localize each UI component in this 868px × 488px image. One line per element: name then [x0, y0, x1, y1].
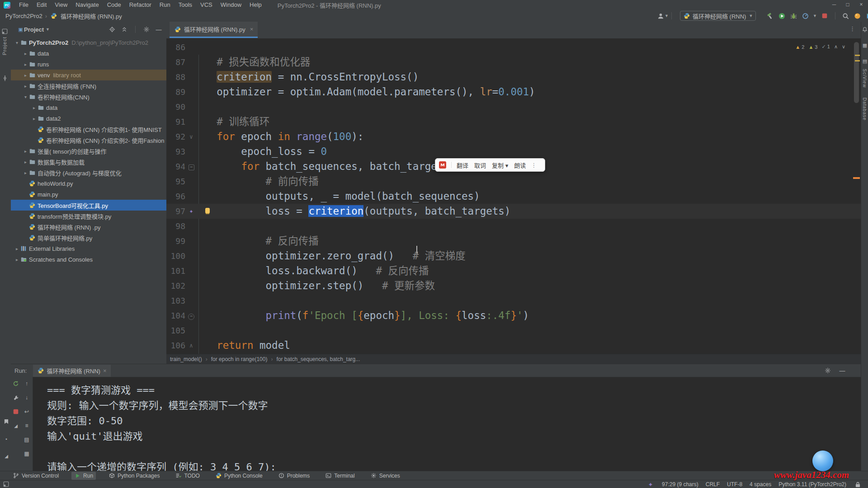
tree-item[interactable]: ▸Scratches and Consoles	[11, 254, 166, 265]
tree-item[interactable]: ▸venvlibrary root	[11, 70, 166, 80]
search-icon[interactable]	[842, 12, 850, 20]
line-number[interactable]: 89	[166, 84, 185, 99]
debug-icon[interactable]	[789, 12, 797, 20]
status-item[interactable]: 97:29 (9 chars)	[662, 481, 698, 488]
tree-item[interactable]: ▸data	[11, 48, 166, 59]
gear-icon[interactable]	[142, 25, 151, 33]
features-icon[interactable]	[865, 12, 868, 20]
close-icon[interactable]: ×	[103, 367, 107, 374]
line-number[interactable]: 104	[166, 308, 185, 323]
status-item[interactable]: 4 spaces	[750, 481, 771, 488]
chevron-right-icon[interactable]: ▸	[31, 116, 38, 121]
status-item[interactable]: CRLF	[706, 481, 720, 488]
more-icon[interactable]: ⋮	[531, 162, 537, 169]
chevron-right-icon[interactable]: ▸	[22, 62, 29, 67]
profiler-icon[interactable]	[801, 12, 809, 20]
tree-item[interactable]: ▸全连接神经网络 (FNN)	[11, 80, 166, 91]
breadcrumb-file[interactable]: 循环神经网络 (RNN).py	[61, 12, 122, 20]
pin-icon[interactable]: ◢	[2, 452, 10, 460]
run-tab[interactable]: 循环神经网络 (RNN) ×	[33, 365, 110, 377]
lock-icon[interactable]	[854, 480, 862, 488]
sidebar-tab-project[interactable]: Project	[1, 28, 8, 55]
chevron-right-icon[interactable]: ▸	[22, 73, 29, 78]
toolwindow-button-todo[interactable]: TODO	[172, 472, 202, 480]
menu-file[interactable]: File	[15, 0, 33, 10]
tree-item[interactable]: 卷积神经网络 (CNN) 介绍实例1- 使用MNIST	[11, 124, 166, 135]
popup-action[interactable]: 朗读	[514, 161, 526, 169]
stop-icon[interactable]	[821, 12, 829, 20]
hide-icon[interactable]: —	[838, 366, 846, 375]
tree-item[interactable]: transform预处理调整模块.py	[11, 211, 166, 221]
hide-icon[interactable]: —	[155, 25, 163, 33]
popup-action[interactable]: 取词	[474, 161, 486, 169]
status-item[interactable]: UTF-8	[727, 481, 742, 488]
menu-run[interactable]: Run	[156, 0, 175, 10]
tool-windows-icon[interactable]	[3, 481, 9, 487]
more-icon[interactable]: ⋮	[849, 25, 855, 32]
commit-stripe-icon[interactable]	[2, 75, 8, 83]
bell-icon[interactable]	[861, 25, 868, 33]
toolwindow-button-version-control[interactable]: Version Control	[10, 472, 61, 480]
maximize-icon[interactable]: □	[841, 0, 854, 10]
toolwindow-button-python-console[interactable]: Python Console	[212, 472, 265, 480]
line-number[interactable]: 87	[166, 55, 185, 70]
stop-icon[interactable]	[12, 408, 20, 416]
tree-item[interactable]: ▾PyTorch2Pro2D:\python_proj\PyTorch2Pro2	[11, 37, 166, 48]
chevron-down-icon[interactable]: ▾	[14, 40, 20, 45]
line-number[interactable]: 101	[166, 263, 185, 278]
tree-item[interactable]: 卷积神经网络 (CNN) 介绍实例2- 使用Fashion	[11, 135, 166, 145]
toolwindow-button-terminal[interactable]: Terminal	[322, 472, 357, 480]
rows-icon[interactable]: ▤	[861, 57, 868, 65]
popup-action[interactable]: 复制 ▾	[492, 161, 508, 169]
scroll-end-icon[interactable]: ≡	[23, 422, 31, 430]
chevron-right-icon[interactable]: ▸	[22, 51, 29, 56]
tree-item[interactable]: ▸External Libraries	[11, 243, 166, 254]
bookmark-icon[interactable]	[2, 418, 10, 426]
popup-action[interactable]: 翻译	[457, 161, 468, 169]
chevron-down-icon[interactable]: ▾	[22, 94, 29, 99]
console-output[interactable]: === 数字猜测游戏 ===规则: 输入一个数字序列，模型会预测下一个数字数字范…	[36, 377, 861, 471]
line-number[interactable]: 88	[166, 70, 185, 84]
collapse-all-icon[interactable]	[120, 25, 128, 33]
pin-icon[interactable]: ◢	[12, 422, 20, 430]
status-item[interactable]: Python 3.11 (PyTorch2Pro2)	[778, 481, 846, 488]
run-icon[interactable]	[778, 12, 786, 20]
chevron-right-icon[interactable]: ▸	[31, 105, 38, 110]
events-icon[interactable]	[854, 12, 862, 20]
line-number[interactable]: 95	[166, 174, 185, 189]
grid-icon[interactable]: ▦	[861, 41, 868, 49]
tree-item[interactable]: ▸data	[11, 102, 166, 113]
run-config-combo[interactable]: 循环神经网络 (RNN) ▼	[680, 11, 756, 21]
tree-item[interactable]: main.py	[11, 189, 166, 200]
menu-navigate[interactable]: Navigate	[71, 0, 103, 10]
translation-popup[interactable]: 翻译取词复制 ▾朗读 ⋮	[435, 158, 545, 172]
toolwindow-button-problems[interactable]: Problems	[275, 472, 313, 480]
minimize-icon[interactable]: ─	[827, 0, 841, 10]
line-number[interactable]: 94	[166, 159, 185, 174]
tree-item[interactable]: ▸runs	[11, 59, 166, 70]
line-number[interactable]: 96	[166, 189, 185, 204]
down-icon[interactable]: ↓	[23, 394, 31, 402]
tree-item[interactable]: TensorBoard可视化工具.py	[11, 200, 166, 211]
breadcrumb-item[interactable]: for batch_sequences, batch_targ...	[276, 356, 360, 362]
hammer-icon[interactable]	[766, 12, 774, 20]
menu-tools[interactable]: Tools	[175, 0, 196, 10]
wrench-icon[interactable]	[12, 394, 20, 402]
clear-icon[interactable]: ▦	[23, 450, 31, 458]
tree-item[interactable]: ▸自动微分 (Autograd) 与梯度优化	[11, 167, 166, 178]
menu-help[interactable]: Help	[245, 0, 266, 10]
chevron-right-icon[interactable]: ▸	[14, 246, 20, 251]
line-number[interactable]: 103	[166, 293, 185, 308]
breadcrumb-project[interactable]: PyTorch2Pro2	[5, 13, 42, 19]
breadcrumb-item[interactable]: for epoch in range(100)	[211, 356, 268, 362]
inspection-nav-icon[interactable]: ∨	[842, 44, 845, 50]
menu-window[interactable]: Window	[217, 0, 245, 10]
tree-item[interactable]: ▾卷积神经网络(CNN)	[11, 91, 166, 102]
toolwindow-button-services[interactable]: Services	[368, 472, 403, 480]
line-number[interactable]: 100	[166, 249, 185, 263]
line-number[interactable]: 102	[166, 278, 185, 293]
tree-item[interactable]: helloWorld.py	[11, 178, 166, 189]
up-icon[interactable]: ↑	[23, 380, 31, 388]
inspection-nav-icon[interactable]: ∧	[834, 44, 838, 50]
stripe-tab-sciview[interactable]: SciView	[862, 69, 867, 88]
